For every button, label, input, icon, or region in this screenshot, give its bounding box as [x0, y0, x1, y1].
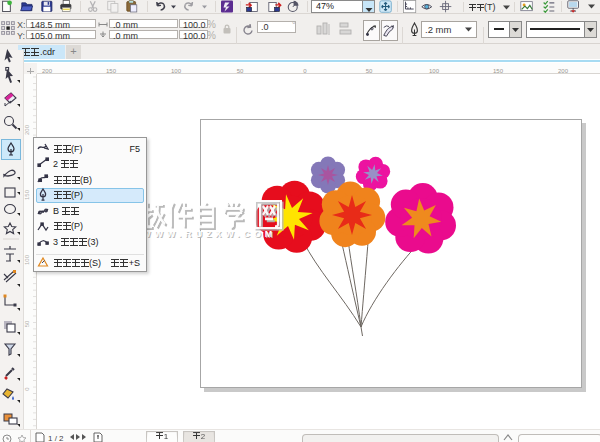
svg-text:200: 200: [24, 124, 30, 135]
svg-text:150: 150: [24, 189, 30, 200]
svg-text:WWW.RUZXW.COM: WWW.RUZXW.COM: [142, 229, 276, 239]
svg-text:1 / 2: 1 / 2: [48, 434, 64, 442]
svg-text:50: 50: [24, 320, 30, 327]
svg-text:100: 100: [24, 254, 30, 265]
